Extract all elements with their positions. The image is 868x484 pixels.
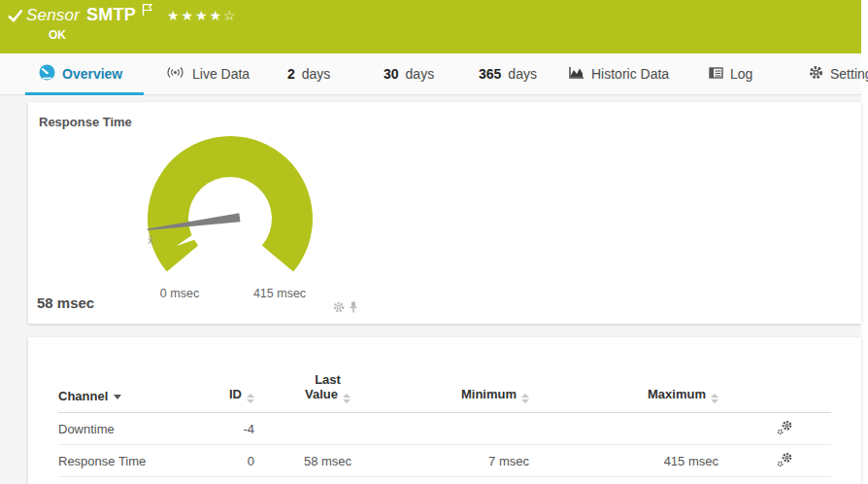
column-header-maximum[interactable]: Maximum: [529, 372, 718, 413]
channels-table-header-row: Channel ID Last Value Minimum Maximum: [58, 372, 831, 413]
sort-icon: [521, 394, 529, 403]
sensor-header: Sensor SMTP ★★★★☆ OK: [0, 0, 861, 53]
sensor-status-badge: OK: [49, 28, 66, 42]
column-header-minimum[interactable]: Minimum: [393, 372, 529, 413]
channel-last-value: [262, 413, 393, 445]
tab-overview-label: Overview: [62, 66, 122, 82]
channels-table: Channel ID Last Value Minimum Maximum: [58, 372, 831, 477]
tab-historic-data-label: Historic Data: [591, 66, 669, 82]
channel-id: 0: [204, 445, 262, 477]
response-time-gauge-panel: Response Time x̄ 0 msec 415 msec 58 msec: [28, 102, 861, 324]
channel-minimum: [393, 413, 529, 445]
active-tab-indicator: [25, 92, 144, 95]
channel-row-response-time: Response Time 0 58 msec 7 msec 415 msec: [58, 445, 831, 477]
tab-overview[interactable]: Overview: [39, 53, 122, 94]
tab-2-days[interactable]: 2days: [287, 53, 330, 94]
channel-id: -4: [204, 413, 262, 445]
channel-settings-gears-icon[interactable]: [777, 424, 792, 438]
stars-filled[interactable]: ★★★★: [167, 8, 223, 23]
sort-desc-icon: [114, 395, 121, 399]
tab-365-days[interactable]: 365days: [479, 53, 537, 94]
gauge-panel-title: Response Time: [39, 115, 132, 129]
priority-stars[interactable]: ★★★★☆: [167, 8, 238, 23]
gauge-current-value: 58 msec: [37, 294, 94, 311]
channel-last-value: 58 msec: [262, 445, 393, 477]
gauge-settings-gear-icon[interactable]: [333, 299, 345, 317]
gauge-min-label: 0 msec: [160, 287, 199, 300]
star-empty[interactable]: ☆: [223, 8, 238, 23]
gauge-average-label: x̄: [148, 234, 153, 246]
column-header-id[interactable]: ID: [204, 372, 262, 413]
sensor-type-label: Sensor: [26, 6, 80, 25]
tab-settings[interactable]: Settings: [809, 53, 868, 94]
tab-30-days[interactable]: 30days: [384, 53, 434, 94]
tab-settings-label: Settings: [830, 66, 868, 82]
historic-data-icon: [568, 66, 584, 83]
column-header-last-value[interactable]: Last Value: [262, 372, 393, 413]
channel-settings-gears-icon[interactable]: [777, 456, 792, 470]
sort-icon: [343, 394, 351, 403]
channel-row-downtime: Downtime -4: [58, 413, 831, 445]
tab-live-data-label: Live Data: [192, 66, 250, 82]
log-icon: [709, 66, 723, 82]
channels-panel: Channel ID Last Value Minimum Maximum: [28, 337, 861, 484]
live-data-icon: [165, 66, 185, 82]
sort-icon: [247, 394, 254, 403]
column-header-channel[interactable]: Channel: [58, 372, 204, 413]
tab-live-data[interactable]: Live Data: [165, 53, 250, 94]
sort-icon: [711, 394, 718, 403]
gauge-icon: [39, 64, 55, 84]
tab-log[interactable]: Log: [709, 53, 752, 94]
response-time-gauge: x̄ 0 msec 415 msec: [143, 131, 376, 308]
channel-name: Downtime: [58, 413, 204, 445]
channel-name: Response Time: [58, 445, 204, 477]
column-header-actions: [718, 372, 831, 413]
tab-bar: Overview Live Data 2days 30days 365days: [0, 53, 861, 95]
tab-log-label: Log: [730, 66, 752, 82]
settings-gear-icon: [809, 65, 823, 83]
pin-icon[interactable]: [349, 299, 358, 317]
flag-icon[interactable]: [142, 3, 153, 20]
tab-historic-data[interactable]: Historic Data: [568, 53, 669, 94]
channel-minimum: 7 msec: [393, 445, 529, 477]
gauge-arc: [148, 136, 313, 272]
status-check-icon: [8, 9, 23, 26]
gauge-max-label: 415 msec: [253, 287, 306, 300]
channel-maximum: 415 msec: [529, 445, 718, 477]
sensor-name: SMTP: [86, 5, 136, 25]
channel-maximum: [529, 413, 718, 445]
